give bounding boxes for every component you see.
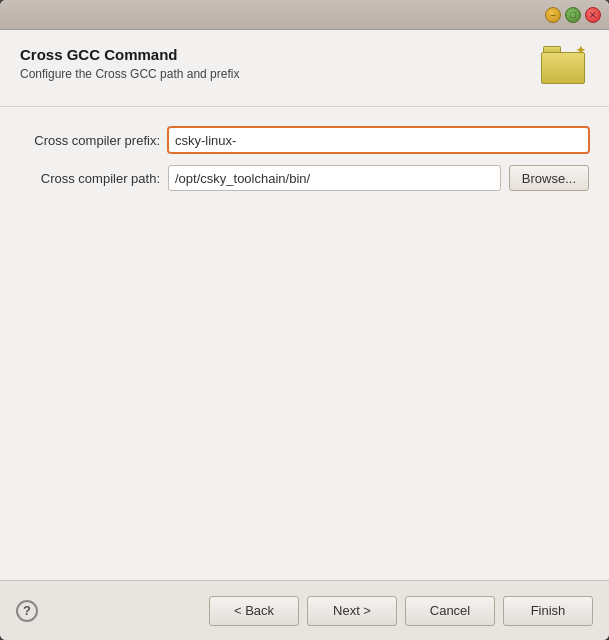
dialog-title: Cross GCC Command — [20, 46, 239, 63]
dialog-content: Cross GCC Command Configure the Cross GC… — [0, 30, 609, 640]
prefix-row: Cross compiler prefix: — [20, 127, 589, 153]
cancel-button[interactable]: Cancel — [405, 596, 495, 626]
help-button[interactable]: ? — [16, 600, 38, 622]
dialog-main: Cross compiler prefix: Cross compiler pa… — [0, 107, 609, 580]
back-button[interactable]: < Back — [209, 596, 299, 626]
header-icon: ✦ — [541, 46, 589, 94]
prefix-input[interactable] — [168, 127, 589, 153]
path-input[interactable] — [168, 165, 501, 191]
dialog-header: Cross GCC Command Configure the Cross GC… — [0, 30, 609, 107]
browse-button[interactable]: Browse... — [509, 165, 589, 191]
folder-icon: ✦ — [541, 46, 585, 84]
maximize-button[interactable]: □ — [565, 7, 581, 23]
minimize-button[interactable]: – — [545, 7, 561, 23]
header-text: Cross GCC Command Configure the Cross GC… — [20, 46, 239, 81]
dialog-subtitle: Configure the Cross GCC path and prefix — [20, 67, 239, 81]
finish-button[interactable]: Finish — [503, 596, 593, 626]
window-controls: – □ ✕ — [545, 7, 601, 23]
footer-buttons: < Back Next > Cancel Finish — [209, 596, 593, 626]
title-bar: – □ ✕ — [0, 0, 609, 30]
prefix-label: Cross compiler prefix: — [20, 133, 160, 148]
next-button[interactable]: Next > — [307, 596, 397, 626]
sparkle-icon: ✦ — [575, 42, 589, 56]
path-label: Cross compiler path: — [20, 171, 160, 186]
dialog-window: – □ ✕ Cross GCC Command Configure the Cr… — [0, 0, 609, 640]
dialog-footer: ? < Back Next > Cancel Finish — [0, 580, 609, 640]
close-button[interactable]: ✕ — [585, 7, 601, 23]
path-input-group: Browse... — [168, 165, 589, 191]
footer-left: ? — [16, 600, 38, 622]
path-row: Cross compiler path: Browse... — [20, 165, 589, 191]
